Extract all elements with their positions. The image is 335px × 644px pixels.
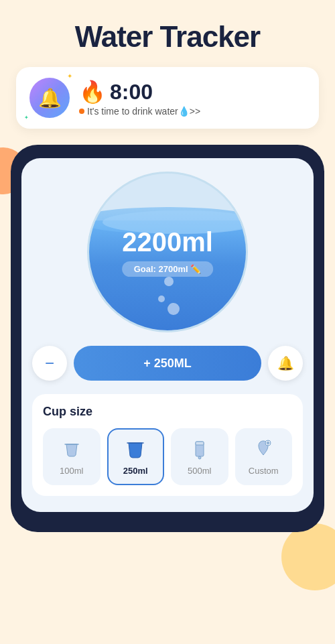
notification-time: 🔥 8:00 (79, 79, 306, 105)
phone-screen: 2200ml Goal: 2700ml ✏️ − + 250ML 🔔 Cup s… (21, 158, 314, 512)
cup-size-title: Cup size (43, 405, 292, 419)
minus-button[interactable]: − (32, 346, 67, 381)
water-goal: Goal: 2700ml ✏️ (122, 261, 213, 277)
svg-point-2 (198, 456, 201, 459)
cup-option-250ml[interactable]: 250ml (107, 428, 165, 485)
page-title: Water Tracker (0, 0, 335, 67)
cup-icon-250ml (124, 438, 147, 460)
cup-option-custom[interactable]: Custom (235, 428, 293, 485)
water-text: 2200ml Goal: 2700ml ✏️ (122, 227, 213, 277)
cup-option-500ml[interactable]: 500ml (171, 428, 228, 485)
svg-rect-1 (196, 442, 204, 445)
cup-icon-100ml (60, 438, 83, 460)
add-water-button[interactable]: + 250ML (74, 346, 261, 381)
cup-label-250ml: 250ml (123, 466, 148, 476)
cup-label-100ml: 100ml (60, 466, 83, 476)
fire-icon: 🔥 (79, 79, 106, 105)
bell-button[interactable]: 🔔 (268, 346, 303, 381)
cup-size-section: Cup size 100ml 250ml (32, 394, 303, 496)
cup-options: 100ml 250ml 500 (43, 428, 292, 485)
cup-option-100ml[interactable]: 100ml (43, 428, 100, 485)
bell-icon: 🔔 (277, 355, 294, 371)
notification-message: It's time to drink water💧>> (79, 106, 306, 117)
cup-label-custom: Custom (249, 466, 279, 476)
water-circle-container: 2200ml Goal: 2700ml ✏️ (32, 172, 303, 332)
notification-avatar: 🔔 (29, 78, 70, 118)
cup-icon-custom (252, 438, 275, 460)
bubble-2 (158, 296, 165, 302)
notification-content: 🔥 8:00 It's time to drink water💧>> (79, 79, 306, 117)
cup-label-500ml: 500ml (188, 466, 211, 476)
dot-indicator (79, 109, 84, 114)
controls-row: − + 250ML 🔔 (32, 346, 303, 381)
decorative-blob-right (281, 523, 335, 590)
water-amount: 2200ml (122, 227, 213, 257)
water-circle: 2200ml Goal: 2700ml ✏️ (87, 172, 248, 332)
notification-card: 🔔 🔥 8:00 It's time to drink water💧>> (16, 67, 319, 129)
minus-icon: − (45, 354, 54, 373)
bubble-3 (168, 303, 180, 315)
phone-device: 2200ml Goal: 2700ml ✏️ − + 250ML 🔔 Cup s… (11, 145, 324, 532)
cup-icon-500ml (188, 438, 211, 460)
